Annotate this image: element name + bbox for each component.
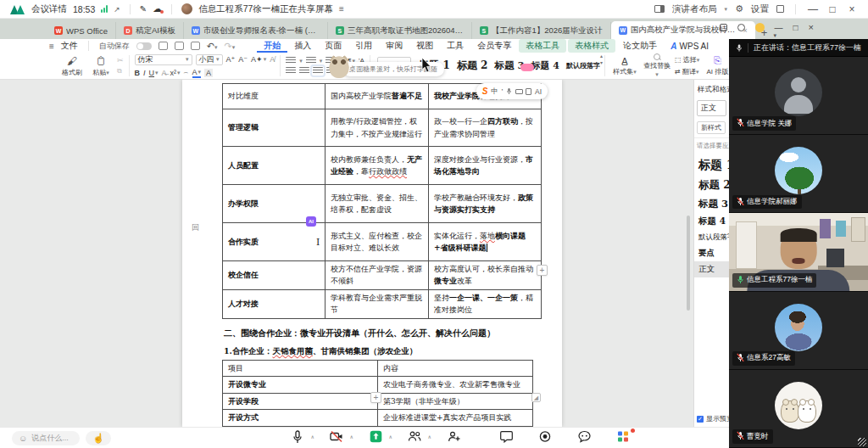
vertical-scrollbar[interactable] [687,216,690,311]
tab-list-caret-icon[interactable]: ▾ [773,32,776,39]
pet-promo-badge[interactable] [520,64,534,71]
gallery-style-item[interactable]: 标题 2 [457,59,488,73]
select-button[interactable]: ⬚ 选择▾ [675,55,699,64]
ribbon-tab-工具[interactable]: 工具 [440,39,470,53]
table-cell[interactable]: 人员配置 [223,147,326,185]
wps-minimize-button[interactable]: — [775,23,783,32]
find-replace-button[interactable]: 查找替换▾ [643,53,671,78]
table-cell[interactable]: 开设微专业 [223,377,378,393]
beauty-icon[interactable]: ✎ [140,4,147,14]
participant-tile[interactable]: 信息工程系77徐一楠 [729,213,868,291]
expand-caret-icon[interactable]: ∧ [311,434,314,440]
participant-tile[interactable]: 信息系27高敏 [729,292,868,370]
table-cell[interactable]: 学科教育与企业需求严重脱节 [326,289,429,318]
ribbon-tab-引用[interactable]: 引用 [348,39,379,53]
table-cell[interactable]: 校内教师兼任负责人，无产业经验，靠行政做政绩 [326,147,429,185]
numbered-list-icon[interactable] [306,57,316,64]
style-set-button[interactable]: A̲ 样式集▾ [610,56,639,76]
style-item[interactable]: 标题 2 [694,176,729,195]
control-mic[interactable]: ∧静音 [278,430,317,448]
table-cell[interactable]: 校企信任 [223,261,326,290]
table-cell[interactable]: 企业标准进课堂+真实农产品项目实践 [378,410,533,426]
style-item[interactable]: 要点 [694,245,729,261]
gallery-style-item[interactable]: 标题 4 [531,59,559,72]
insert-row-button[interactable]: + [370,392,381,403]
table-cell[interactable]: 坚持一企一课、一企一策，精准对接岗位 [429,289,542,318]
file-menu[interactable]: 文件 [61,40,78,52]
expand-caret-icon[interactable]: ∧ [428,434,431,440]
decrease-font-icon[interactable]: A⁻ [238,55,248,64]
table-cell[interactable]: 深度对接企业与行业资源，市场化落地导向 [429,147,542,185]
strike-button[interactable]: A̶ [162,69,167,77]
desktop-pet[interactable] [329,54,349,78]
control-share[interactable]: ∧共享屏幕 [356,430,395,448]
control-invite[interactable]: 邀请 [434,430,473,448]
ime-clipboard-icon[interactable] [526,88,531,95]
font-name-select[interactable]: 仿宋▾ [135,54,192,65]
align-center-icon[interactable] [299,67,309,75]
cloud-record-icon[interactable]: ☁ [153,3,162,14]
table-cell[interactable]: 实体化运行，落地横向课题+省级科研课题 [429,223,542,261]
wps-tab[interactable]: WWPS Office [47,22,116,39]
ime-punct-icon[interactable]: ’ [501,87,503,96]
cut-icon[interactable]: ✂ [117,56,124,64]
autosave-toggle[interactable] [136,42,152,50]
font-size-select[interactable]: 小四▾ [196,54,223,65]
wps-restore-button[interactable]: □ [793,23,798,32]
ribbon-tab-WPS AI[interactable]: AWPS AI [664,41,715,52]
close-button[interactable]: × [846,3,858,15]
expand-caret-icon[interactable]: ∧ [350,434,353,440]
insert-column-button[interactable]: + [537,265,548,276]
italic-button[interactable]: I [143,69,146,77]
table-cell[interactable]: 项目 [223,361,378,377]
ribbon-tab-审阅[interactable]: 审阅 [379,39,409,53]
control-chat[interactable]: 聊天 [487,430,526,448]
gallery-style-item[interactable]: 默认段落字体 [566,61,595,70]
gallery-down-icon[interactable]: ▾ [600,59,603,65]
wps-tab[interactable]: S三年高职考取证书地图20260402 [328,22,472,39]
chat-input[interactable]: ☺ 说点什么... [12,431,80,445]
layout-button[interactable]: 演讲者布局 [672,3,717,15]
save-icon[interactable] [159,42,168,50]
control-apps[interactable]: 应用 [604,430,643,448]
ribbon-tab-会员专享[interactable]: 会员专享 [470,39,518,53]
table-cell[interactable]: 人才对接 [223,289,326,318]
print-icon[interactable] [175,42,184,50]
table-cell[interactable]: 开设方式 [223,410,378,426]
copy-icon[interactable]: ⧉ [117,67,124,76]
minimize-button[interactable]: — [807,3,819,15]
wps-tab[interactable]: D稿定AI模板 [116,22,184,39]
wps-tab[interactable]: W市级创业导师报名表-徐一楠 (1).d... [184,22,328,39]
ribbon-tab-表格工具[interactable]: 表格工具 [519,39,566,53]
style-item[interactable]: 标题 4 [694,213,729,230]
raise-hand-button[interactable]: ☝ [86,431,111,445]
table-cell[interactable]: 学校产教融合环境友好，政策与资源实打实支持 [429,185,542,223]
ribbon-tab-开始[interactable]: 开始 [257,39,287,53]
bold-button[interactable]: B [135,69,141,77]
table-cell[interactable]: 内容 [378,361,533,377]
document-area[interactable]: 对比维度国内高校产业学院普遍不足我校产业学院特色优势管理逻辑用教学/行政逻辑管控… [0,80,693,427]
wps-ai-float-icon[interactable]: AI [306,216,316,227]
table-cell[interactable]: 第3学期（非毕业年级） [378,393,533,409]
ime-mic-icon[interactable] [506,87,512,95]
emoji-icon[interactable]: ☺ [19,434,27,443]
table-cell[interactable]: 农业电子商务微专业、农业新零售微专业 [378,377,533,393]
clear-format-icon[interactable]: A̸ [270,55,275,64]
control-camera[interactable]: ∧开启视频 [317,430,356,448]
settings-button[interactable]: 设置 [751,3,769,15]
table-cell[interactable]: 国内高校产业学院普遍不足 [326,84,429,109]
style-item[interactable]: 标题 3 [694,195,729,213]
table-cell[interactable]: 用教学/行政逻辑管控，权力集中，不按产业规律运行 [326,109,429,147]
current-style-box[interactable]: 正文 [697,100,726,116]
translate-button[interactable]: ⇄ 翻译▾ [675,67,699,76]
maximize-button[interactable]: □ [826,3,838,15]
hamburger-icon[interactable]: ≡ [49,42,54,51]
ime-keyboard-icon[interactable] [515,89,523,94]
table-cell[interactable]: 合作实质 [223,223,326,261]
paste-button[interactable]: 📋︎ 粘贴▾ [88,55,114,77]
comparison-table[interactable]: 对比维度国内高校产业学院普遍不足我校产业学院特色优势管理逻辑用教学/行政逻辑管控… [222,83,542,319]
table-cell[interactable]: 校方高度认可，校长亲自推动微专业改革 [429,261,542,290]
table-cell[interactable]: 政—校—行—企四方联动，按产业需求协同管理 [429,109,542,147]
participant-tile[interactable]: 信息学院 关娜 [729,57,868,135]
ime-toolbar[interactable]: S 中 ’ AI [476,83,548,99]
